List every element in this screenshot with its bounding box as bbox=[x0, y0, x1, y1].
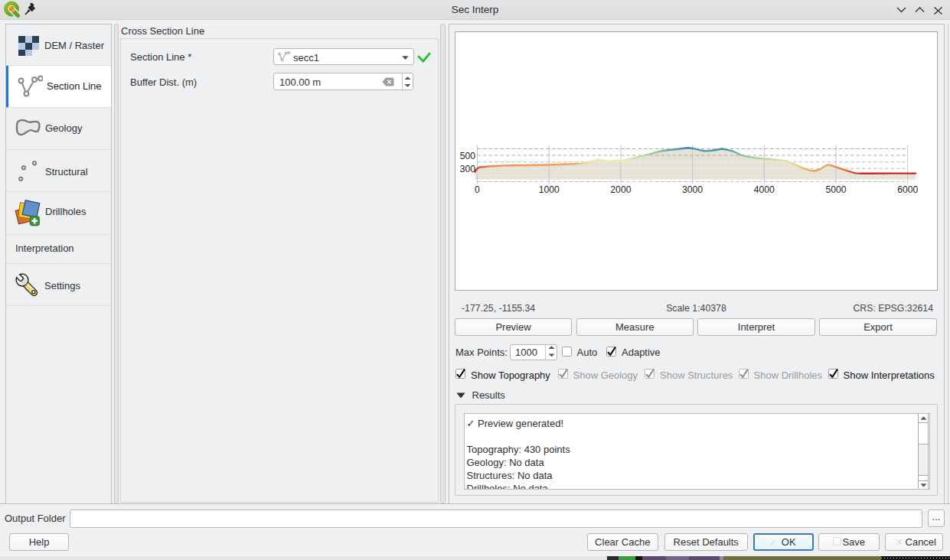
svg-text:0: 0 bbox=[475, 184, 480, 195]
svg-text:4000: 4000 bbox=[754, 184, 775, 195]
svg-text:3000: 3000 bbox=[682, 184, 703, 195]
svg-text:1000: 1000 bbox=[539, 184, 560, 195]
svg-text:6000: 6000 bbox=[897, 184, 918, 195]
svg-text:2000: 2000 bbox=[610, 184, 631, 195]
svg-text:5000: 5000 bbox=[825, 184, 846, 195]
svg-text:300: 300 bbox=[460, 164, 476, 174]
svg-text:500: 500 bbox=[460, 151, 476, 161]
